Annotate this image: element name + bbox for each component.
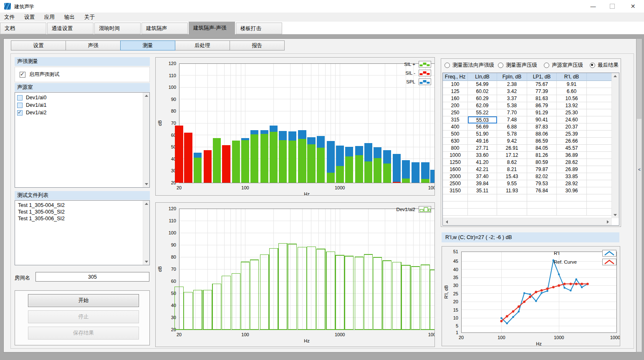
table-cell[interactable]: 77.39: [527, 88, 557, 95]
scroll-down-icon[interactable]: [612, 212, 618, 218]
table-row[interactable]: 25055.227.7091.2925.30: [443, 109, 619, 116]
legend-plot-icon[interactable]: [602, 259, 616, 265]
menu-item[interactable]: 关于: [84, 13, 100, 22]
table-cell[interactable]: [587, 166, 613, 173]
table-cell[interactable]: 86.59: [527, 138, 557, 145]
table-cell[interactable]: 75.67: [527, 81, 557, 88]
main-tab[interactable]: 混响时间: [94, 23, 141, 34]
table-row[interactable]: 63049.169.4286.5926.66: [443, 138, 619, 145]
table-cell[interactable]: 49.16: [468, 138, 497, 145]
table-cell[interactable]: 33.85: [557, 173, 587, 180]
table-cell[interactable]: 35.11: [468, 187, 497, 194]
main-tab[interactable]: 楼板打击: [236, 23, 282, 34]
table-cell[interactable]: [587, 138, 613, 145]
test-file-list[interactable]: Test 1_305-004_SI2Test 1_305-005_SI2Test…: [15, 200, 150, 265]
legend-plot-icon[interactable]: [419, 206, 431, 213]
legend-item[interactable]: Ref. Curve: [554, 259, 616, 265]
table-cell[interactable]: 79.87: [527, 166, 557, 173]
channel-checkbox[interactable]: [17, 95, 23, 101]
table-cell[interactable]: 41.20: [468, 159, 497, 166]
table-cell[interactable]: 500: [443, 131, 468, 138]
table-cell[interactable]: 11.93: [497, 187, 527, 194]
test-file-item[interactable]: Test 1_305-006_SI2: [15, 215, 149, 222]
table-cell[interactable]: 100: [443, 81, 468, 88]
table-cell[interactable]: 37.40: [468, 173, 497, 180]
table-cell[interactable]: 2000: [443, 173, 468, 180]
table-cell[interactable]: [587, 152, 613, 159]
legend-plot-icon[interactable]: [602, 250, 616, 257]
room-name-input[interactable]: [35, 272, 149, 282]
table-cell[interactable]: [587, 187, 613, 194]
scroll-up-icon[interactable]: [612, 73, 618, 79]
column-header[interactable]: LIn,dB: [468, 73, 497, 81]
sub-tab[interactable]: 报告: [230, 40, 285, 50]
table-cell[interactable]: 81.63: [527, 95, 557, 102]
table-cell[interactable]: 5.38: [497, 102, 527, 109]
table-cell[interactable]: 10.56: [557, 95, 587, 102]
table-row[interactable]: 20062.095.3886.7913.92: [443, 102, 619, 109]
table-cell[interactable]: 6.60: [557, 88, 587, 95]
table-cell[interactable]: 28.62: [557, 159, 587, 166]
table-cell[interactable]: 160: [443, 95, 468, 102]
legend-item[interactable]: R'I: [554, 250, 616, 257]
table-cell[interactable]: [587, 88, 613, 95]
table-row[interactable]: 200037.4015.4382.0233.85: [443, 173, 619, 180]
table-row[interactable]: 160042.218.2179.8726.89: [443, 166, 619, 173]
table-row[interactable]: 10054.992.3875.679.91: [443, 81, 619, 88]
table-cell[interactable]: 200: [443, 102, 468, 109]
table-row[interactable]: 16060.293.3781.6310.56: [443, 95, 619, 102]
table-cell[interactable]: 82.02: [527, 173, 557, 180]
table-cell[interactable]: 60.29: [468, 95, 497, 102]
start-button[interactable]: 开始: [28, 294, 139, 307]
table-cell[interactable]: 62.09: [468, 102, 497, 109]
table-cell[interactable]: 125: [443, 88, 468, 95]
scroll-up-icon[interactable]: [143, 201, 149, 207]
table-cell[interactable]: 3.37: [497, 95, 527, 102]
table-cell[interactable]: 1250: [443, 159, 468, 166]
scroll-right-icon[interactable]: [605, 219, 611, 225]
table-cell[interactable]: [587, 145, 613, 152]
test-file-item[interactable]: Test 1_305-005_SI2: [15, 209, 149, 215]
table-cell[interactable]: 315: [443, 116, 468, 123]
table-cell[interactable]: [587, 159, 613, 166]
table-cell[interactable]: 800: [443, 145, 468, 152]
legend-item[interactable]: SIL +: [404, 61, 431, 68]
table-cell[interactable]: 9.91: [557, 81, 587, 88]
radio-item[interactable]: 声源室声压级: [544, 62, 583, 69]
table-cell[interactable]: 3.42: [497, 88, 527, 95]
table-cell[interactable]: 30.96: [557, 187, 587, 194]
table-cell[interactable]: 60.02: [468, 88, 497, 95]
file-list-scrollbar[interactable]: [143, 201, 149, 265]
legend-item[interactable]: SIL -: [404, 70, 431, 76]
table-cell[interactable]: [587, 123, 613, 131]
legend-plot-icon[interactable]: [419, 78, 431, 85]
table-cell[interactable]: 51.90: [468, 131, 497, 138]
table-cell[interactable]: 54.99: [468, 81, 497, 88]
radio-button[interactable]: [498, 63, 503, 68]
table-cell[interactable]: [587, 95, 613, 102]
table-cell[interactable]: 1000: [443, 152, 468, 159]
scroll-left-icon[interactable]: [444, 219, 450, 225]
menu-item[interactable]: 设置: [24, 13, 40, 22]
minimize-icon[interactable]: [583, 0, 603, 13]
legend-item[interactable]: Dev1/ai2: [397, 206, 431, 213]
legend-plot-icon[interactable]: [419, 70, 431, 76]
menu-item[interactable]: 输出: [64, 13, 80, 22]
collapse-panel-thumb[interactable]: [637, 119, 641, 352]
table-cell[interactable]: 8.21: [497, 166, 527, 173]
table-cell[interactable]: 45.57: [557, 145, 587, 152]
main-tab[interactable]: 建筑隔声-声强: [189, 22, 235, 34]
enable-intensity-checkbox[interactable]: [20, 72, 25, 78]
table-cell[interactable]: 2.38: [497, 81, 527, 88]
column-header[interactable]: Freq., Hz: [443, 73, 468, 81]
table-cell[interactable]: 9.55: [497, 180, 527, 187]
table-cell[interactable]: [587, 131, 613, 138]
collapse-panel-strip[interactable]: [636, 38, 642, 352]
column-header[interactable]: R'I, dB: [557, 73, 587, 81]
sub-tab[interactable]: 声强: [66, 40, 121, 50]
table-cell[interactable]: 79.53: [527, 180, 557, 187]
main-tab[interactable]: 文档: [0, 23, 46, 34]
channel-checkbox[interactable]: [17, 110, 23, 116]
table-cell[interactable]: 36.89: [557, 152, 587, 159]
table-cell[interactable]: 5.78: [497, 131, 527, 138]
